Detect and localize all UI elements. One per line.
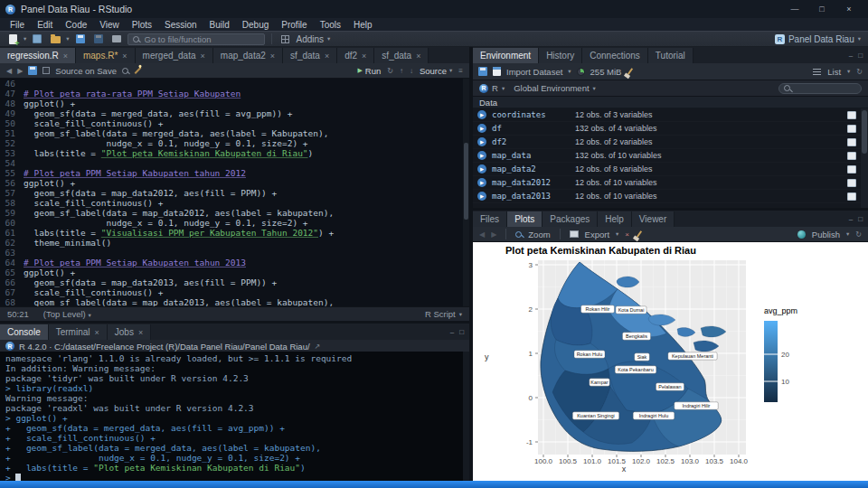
new-project-button[interactable] xyxy=(30,33,44,45)
export-button[interactable]: Export xyxy=(585,230,609,239)
editor-save-icon[interactable] xyxy=(28,66,37,75)
expand-object-icon[interactable]: ▶ xyxy=(477,151,486,160)
project-menu[interactable]: R Panel Data Riau ▾ xyxy=(775,34,863,44)
minimize-pane-icon[interactable]: – xyxy=(849,215,853,223)
windows-taskbar-strip[interactable] xyxy=(0,481,868,488)
publish-caret-icon[interactable]: ▾ xyxy=(846,230,849,238)
find-replace-icon[interactable] xyxy=(122,68,128,74)
list-caret-icon[interactable]: ▾ xyxy=(847,68,850,75)
tab-sf_data[interactable]: sf_data× xyxy=(283,48,337,63)
run-button[interactable]: ▶ Run xyxy=(357,66,381,76)
new-file-button[interactable] xyxy=(5,33,20,45)
print-button[interactable] xyxy=(109,33,124,45)
code-tools-icon[interactable] xyxy=(135,67,142,74)
open-in-new-icon[interactable]: ↗ xyxy=(315,343,321,351)
clear-plots-icon[interactable] xyxy=(637,230,642,238)
source-up-icon[interactable]: ↑ xyxy=(400,67,403,75)
file-type-indicator[interactable]: R Script ▾ xyxy=(425,309,462,319)
tab-packages[interactable]: Packages xyxy=(542,211,598,227)
close-button[interactable]: × xyxy=(835,0,863,18)
menu-build[interactable]: Build xyxy=(203,20,236,30)
environment-scrollbar-thumb[interactable] xyxy=(862,110,867,154)
save-workspace-icon[interactable] xyxy=(478,67,487,76)
menu-file[interactable]: File xyxy=(4,20,31,30)
environment-scrollbar[interactable] xyxy=(861,108,868,208)
language-selector[interactable]: R R ▾ xyxy=(479,83,505,93)
scope-selector[interactable]: Global Environment ▾ xyxy=(514,83,596,93)
menu-plots[interactable]: Plots xyxy=(126,20,158,30)
expand-object-icon[interactable]: ▶ xyxy=(477,178,486,187)
close-tab-icon[interactable]: × xyxy=(95,328,99,337)
code-area[interactable]: 4647# Plot peta rata-rata PPM Setiap Kab… xyxy=(0,79,463,306)
tab-help[interactable]: Help xyxy=(598,211,632,227)
import-dataset-button[interactable]: Import Dataset xyxy=(506,67,562,77)
console-output[interactable]: namespace 'rlang' 1.1.0 is already loade… xyxy=(0,352,463,481)
tab-console[interactable]: Console xyxy=(0,324,49,340)
env-row-map_data2012[interactable]: ▶map_data201212 obs. of 10 variables xyxy=(473,176,861,190)
tab-connections[interactable]: Connections xyxy=(582,48,648,63)
tab-merged_data[interactable]: merged_data× xyxy=(136,48,213,63)
expand-object-icon[interactable]: ▶ xyxy=(477,110,486,119)
tab-df2[interactable]: df2× xyxy=(337,48,374,63)
addins-caret-icon[interactable]: ▾ xyxy=(327,35,330,42)
addins-label[interactable]: Addins xyxy=(297,34,325,44)
recent-files-caret-icon[interactable]: ▾ xyxy=(66,35,69,42)
minimize-pane-icon[interactable]: – xyxy=(849,52,853,60)
tab-history[interactable]: History xyxy=(539,48,582,63)
source-on-save-checkbox[interactable] xyxy=(42,67,50,74)
tab-map_data2[interactable]: map_data2× xyxy=(213,48,283,63)
tab-environment[interactable]: Environment xyxy=(473,48,539,63)
menu-tools[interactable]: Tools xyxy=(314,20,347,30)
refresh-plot-icon[interactable]: ↻ xyxy=(855,230,862,239)
close-tab-icon[interactable]: × xyxy=(270,52,275,61)
tab-jobs[interactable]: Jobs× xyxy=(108,324,151,340)
view-table-icon[interactable] xyxy=(847,165,856,174)
save-all-button[interactable] xyxy=(91,33,106,45)
expand-object-icon[interactable]: ▶ xyxy=(477,137,486,146)
rerun-icon[interactable]: ↻ xyxy=(387,67,393,75)
tab-maps-r-[interactable]: maps.R*× xyxy=(76,48,136,63)
view-table-icon[interactable] xyxy=(847,192,856,201)
tab-plots[interactable]: Plots xyxy=(507,211,542,227)
source-button[interactable]: Source ▾ xyxy=(420,66,452,76)
refresh-icon[interactable]: ↻ xyxy=(856,68,863,76)
goto-file-input[interactable] xyxy=(143,33,251,45)
menu-debug[interactable]: Debug xyxy=(236,20,275,30)
env-row-df2[interactable]: ▶df212 obs. of 2 variables xyxy=(473,136,861,149)
maximize-pane-icon[interactable]: □ xyxy=(858,215,863,223)
expand-object-icon[interactable]: ▶ xyxy=(477,164,486,174)
maximize-pane-icon[interactable]: □ xyxy=(858,52,863,60)
maximize-pane-icon[interactable]: □ xyxy=(459,328,464,336)
menu-code[interactable]: Code xyxy=(59,20,93,30)
expand-object-icon[interactable]: ▶ xyxy=(477,124,486,133)
minimize-button[interactable]: — xyxy=(781,0,808,18)
view-table-icon[interactable] xyxy=(847,125,856,133)
scope-indicator[interactable]: (Top Level) ▾ xyxy=(43,309,91,319)
menu-view[interactable]: View xyxy=(93,20,126,30)
menu-session[interactable]: Session xyxy=(158,20,203,30)
maximize-button[interactable]: □ xyxy=(808,0,835,18)
close-tab-icon[interactable]: × xyxy=(122,52,127,61)
outline-icon[interactable]: ≡ xyxy=(458,67,463,75)
tab-regression-r[interactable]: regression.R× xyxy=(0,48,76,63)
close-tab-icon[interactable]: × xyxy=(138,328,143,337)
env-row-coordinates[interactable]: ▶coordinates12 obs. of 3 variables xyxy=(473,108,861,122)
back-icon[interactable]: ◀ xyxy=(6,67,12,75)
memory-gauge-icon[interactable] xyxy=(577,68,585,76)
env-row-map_data2[interactable]: ▶map_data212 obs. of 8 variables xyxy=(473,163,861,176)
env-row-map_data[interactable]: ▶map_data132 obs. of 10 variables xyxy=(473,149,861,163)
menu-profile[interactable]: Profile xyxy=(275,20,313,30)
close-tab-icon[interactable]: × xyxy=(325,52,329,61)
tab-files[interactable]: Files xyxy=(473,211,507,227)
publish-button[interactable]: Publish xyxy=(812,230,840,239)
tab-viewer[interactable]: Viewer xyxy=(632,211,675,227)
previous-plot-icon[interactable]: ◀ xyxy=(479,230,485,239)
editor-scrollbar[interactable] xyxy=(463,79,469,306)
tab-sf_data[interactable]: sf_data× xyxy=(374,48,429,63)
minimize-pane-icon[interactable]: – xyxy=(450,328,454,336)
editor-scrollbar-thumb[interactable] xyxy=(464,143,468,221)
tab-terminal[interactable]: Terminal× xyxy=(49,324,108,340)
forward-icon[interactable]: ▶ xyxy=(17,67,23,75)
close-tab-icon[interactable]: × xyxy=(201,52,205,61)
new-file-caret-icon[interactable]: ▾ xyxy=(24,35,26,42)
